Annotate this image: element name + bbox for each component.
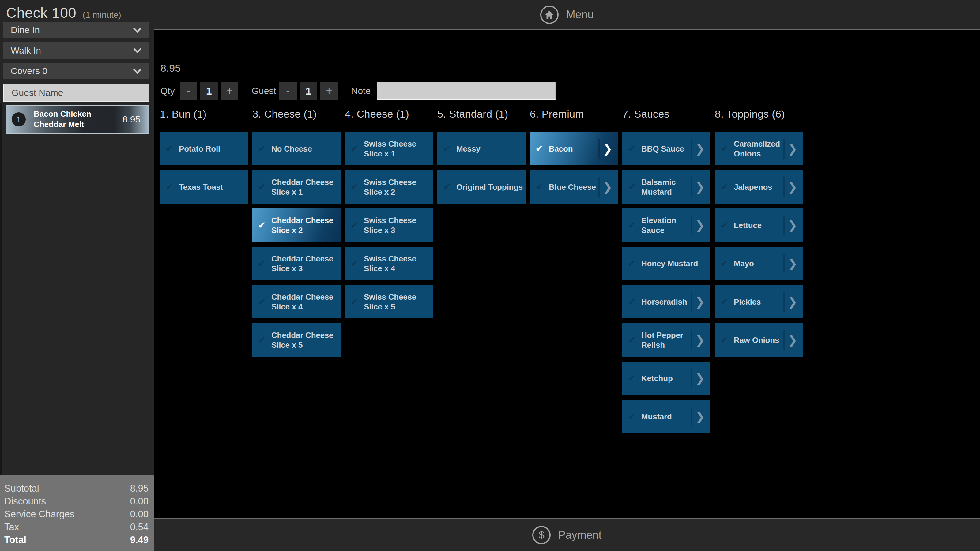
tax-row: Tax 0.54	[4, 521, 148, 534]
modifier-pickles[interactable]: Pickles	[715, 285, 803, 318]
modifier-messy[interactable]: Messy	[438, 132, 525, 165]
chevron-right-icon[interactable]	[784, 180, 800, 194]
modifier-potato-roll[interactable]: Potato Roll	[160, 132, 248, 165]
column-header-standard: 5. Standard (1)	[438, 108, 525, 122]
chevron-right-icon[interactable]	[692, 372, 708, 385]
checkmark-icon	[255, 296, 268, 307]
qty-decrement-button[interactable]: -	[180, 82, 197, 100]
chevron-down-icon	[133, 65, 142, 74]
modifier-cheddar-x1[interactable]: Cheddar Cheese Slice x 1	[252, 170, 340, 203]
guest-name-input[interactable]	[3, 84, 150, 102]
checkmark-icon	[718, 296, 731, 307]
service-charges-value: 0.00	[130, 508, 148, 521]
modifier-cheddar-x2-selected[interactable]: Cheddar Cheese Slice x 2	[252, 208, 340, 242]
qty-value: 1	[200, 82, 218, 100]
qty-increment-button[interactable]: +	[221, 82, 238, 100]
modifier-ketchup[interactable]: Ketchup	[622, 362, 711, 395]
note-input[interactable]	[377, 82, 555, 100]
modifier-texas-toast[interactable]: Texas Toast	[160, 170, 248, 203]
column-bun: 1. Bun (1) Potato Roll Texas Toast	[160, 108, 248, 433]
service-charges-row: Service Charges 0.00	[4, 508, 148, 521]
guest-decrement-button[interactable]: -	[279, 82, 297, 100]
note-label: Note	[351, 86, 371, 96]
subtotal-label: Subtotal	[4, 482, 39, 495]
guest-value: 1	[300, 82, 317, 100]
modifier-lettuce[interactable]: Lettuce	[715, 208, 803, 242]
column-header-bun: 1. Bun (1)	[160, 108, 248, 122]
column-premium: 6. Premium Bacon Blue Cheese	[530, 108, 618, 433]
checkmark-icon	[718, 219, 731, 231]
chevron-right-icon[interactable]	[784, 142, 800, 156]
column-toppings: 8. Toppings (6) Caramelized Onions Jalap…	[715, 108, 803, 433]
discounts-label: Discounts	[4, 495, 46, 508]
modifier-jalapenos[interactable]: Jalapenos	[715, 170, 803, 203]
checkmark-icon	[625, 143, 638, 154]
modifier-hot-pepper-relish[interactable]: Hot Pepper Relish	[622, 323, 711, 357]
checkmark-icon	[255, 143, 268, 154]
checkmark-icon	[348, 181, 361, 192]
order-item[interactable]: 1 Bacon Chicken Cheddar Melt 8.95	[5, 105, 149, 134]
modifier-swiss-x3[interactable]: Swiss Cheese Slice x 3	[345, 208, 433, 242]
modifier-swiss-x1[interactable]: Swiss Cheese Slice x 1	[345, 132, 433, 165]
checkmark-icon	[255, 334, 268, 346]
quantity-row: Qty - 1 + Guest - 1 + Note	[161, 82, 555, 100]
modifier-blue-cheese[interactable]: Blue Cheese	[530, 170, 618, 203]
checkmark-icon	[348, 143, 361, 154]
checkmark-icon	[625, 181, 638, 192]
discounts-value: 0.00	[130, 495, 148, 508]
modifier-bbq-sauce[interactable]: BBQ Sauce	[622, 132, 711, 165]
total-value: 9.49	[130, 534, 148, 546]
chevron-right-icon[interactable]	[600, 142, 616, 156]
covers-value: Covers 0	[11, 66, 48, 76]
chevron-right-icon[interactable]	[692, 180, 708, 194]
modifier-mustard[interactable]: Mustard	[622, 400, 711, 433]
chevron-right-icon[interactable]	[784, 219, 800, 232]
check-duration: (1 minute)	[83, 10, 121, 20]
check-header: Check 100 (1 minute)	[0, 0, 154, 22]
chevron-right-icon[interactable]	[692, 295, 708, 308]
modifier-cheddar-x5[interactable]: Cheddar Cheese Slice x 5	[252, 323, 340, 357]
modifier-swiss-x2[interactable]: Swiss Cheese Slice x 2	[345, 170, 433, 203]
column-header-premium: 6. Premium	[530, 108, 618, 122]
modifier-raw-onions[interactable]: Raw Onions	[715, 323, 803, 357]
chevron-right-icon[interactable]	[784, 257, 800, 270]
chevron-right-icon[interactable]	[692, 333, 708, 347]
menu-button[interactable]: Menu	[154, 0, 980, 30]
column-header-cheddar-cheese: 3. Cheese (1)	[252, 108, 340, 122]
modifier-mayo[interactable]: Mayo	[715, 247, 803, 280]
modifier-cheddar-x3[interactable]: Cheddar Cheese Slice x 3	[252, 247, 340, 280]
subtotal-value: 8.95	[130, 482, 148, 495]
checkmark-icon	[718, 334, 731, 346]
modifier-balsamic-mustard[interactable]: Balsamic Mustard	[622, 170, 711, 203]
chevron-right-icon[interactable]	[692, 219, 708, 232]
subtotal-row: Subtotal 8.95	[4, 482, 148, 495]
chevron-right-icon[interactable]	[784, 295, 800, 308]
customer-type-value: Walk In	[11, 45, 41, 56]
modifier-bacon-selected[interactable]: Bacon	[530, 132, 618, 165]
modifier-swiss-x5[interactable]: Swiss Cheese Slice x 5	[345, 285, 433, 318]
modifier-swiss-x4[interactable]: Swiss Cheese Slice x 4	[345, 247, 433, 280]
modifier-original-toppings[interactable]: Original Toppings	[438, 170, 525, 203]
chevron-right-icon[interactable]	[600, 180, 616, 194]
guest-increment-button[interactable]: +	[320, 82, 338, 100]
chevron-right-icon[interactable]	[692, 142, 708, 156]
modifier-honey-mustard[interactable]: Honey Mustard	[622, 247, 711, 280]
customer-type-dropdown[interactable]: Walk In	[3, 42, 150, 59]
payment-button[interactable]: $ Payment	[154, 518, 980, 551]
order-type-dropdown[interactable]: Dine In	[3, 22, 150, 38]
modifier-caramelized-onions[interactable]: Caramelized Onions	[715, 132, 803, 165]
checkmark-icon	[718, 143, 731, 154]
modifier-horseradish[interactable]: Horseradish	[622, 285, 711, 318]
modifier-no-cheese[interactable]: No Cheese	[252, 132, 340, 165]
chevron-right-icon[interactable]	[692, 410, 708, 423]
checkmark-icon	[625, 258, 638, 269]
order-items-list: 1 Bacon Chicken Cheddar Melt 8.95	[0, 103, 154, 475]
modifier-elevation-sauce[interactable]: Elevation Sauce	[622, 208, 711, 242]
modifier-cheddar-x4[interactable]: Cheddar Cheese Slice x 4	[252, 285, 340, 318]
column-header-toppings: 8. Toppings (6)	[715, 108, 803, 122]
chevron-down-icon	[133, 24, 142, 33]
chevron-right-icon[interactable]	[784, 333, 800, 347]
covers-dropdown[interactable]: Covers 0	[3, 63, 150, 79]
total-row: Total 9.49	[4, 534, 148, 546]
selected-item-price: 8.95	[161, 62, 181, 74]
